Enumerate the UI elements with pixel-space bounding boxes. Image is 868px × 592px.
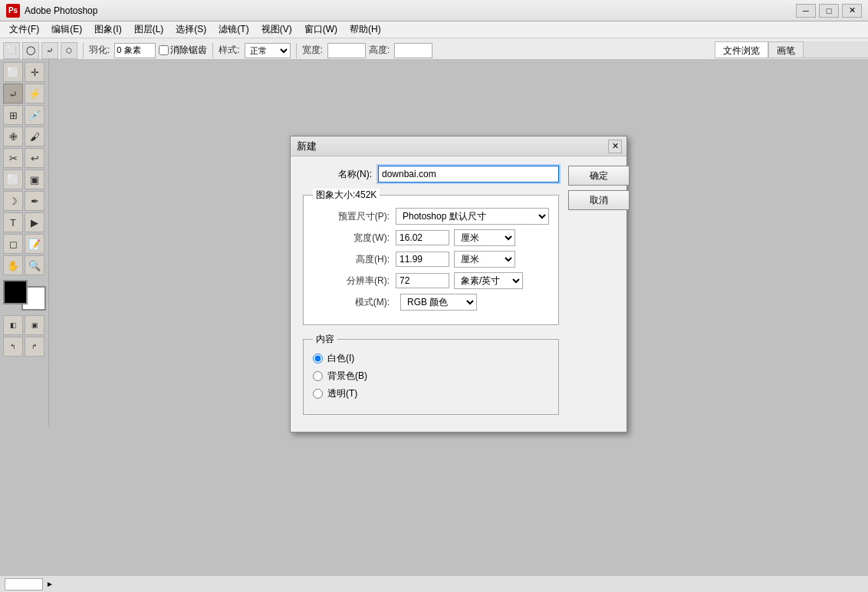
toolbar-lasso-btn[interactable]: ⤾ [41, 42, 58, 59]
tool-magic-wand[interactable]: ⚡ [25, 84, 44, 104]
tool-gradient[interactable]: ▣ [25, 169, 44, 189]
window-controls: ─ □ ✕ [796, 4, 862, 18]
toolbox: ⬜ ✛ ⤾ ⚡ ⊞ 💉 ✙ 🖌 ✂ ↩ ⬜ ▣ ☽ ✒ T ▶ ◻ 📝 ✋ 🔍 [0, 59, 49, 427]
close-button[interactable]: ✕ [842, 4, 862, 18]
tool-pen[interactable]: ✒ [25, 191, 44, 211]
height-value-input[interactable] [396, 252, 449, 267]
radio-white-input[interactable] [313, 354, 323, 363]
tool-history[interactable]: ↩ [25, 148, 44, 168]
statusbar: ► [0, 575, 868, 592]
dialog-title: 新建 [297, 140, 317, 153]
height-input[interactable] [394, 43, 432, 58]
ok-button[interactable]: 确定 [568, 166, 630, 186]
height-row: 高度(H): 厘米 [313, 251, 549, 268]
radio-white-label: 白色(I) [327, 352, 354, 365]
content-legend: 内容 [313, 333, 337, 346]
tool-row-2: ⤾ ⚡ [3, 84, 45, 104]
mode-select[interactable]: RGB 颜色 [400, 294, 477, 311]
preset-select[interactable]: Photoshop 默认尺寸 [396, 208, 549, 225]
tool-notes[interactable]: 📝 [25, 234, 44, 254]
radio-bgcolor-label: 背景色(B) [327, 370, 367, 383]
width-value-input[interactable] [396, 230, 449, 245]
selection-tool-group: ⬜ ◯ ⤾ ⬡ [3, 42, 77, 59]
content-fieldset: 内容 白色(I) 背景色(B) 透明(T) [303, 333, 559, 415]
minimize-button[interactable]: ─ [796, 4, 816, 18]
color-box [3, 280, 46, 311]
tab-file-browser[interactable]: 文件浏览 [715, 41, 768, 58]
tool-screen-mode[interactable]: ▣ [25, 315, 44, 335]
menu-filter[interactable]: 滤镜(T) [212, 21, 255, 38]
tool-dodge[interactable]: ☽ [3, 191, 23, 211]
remove-alias-checkbox[interactable] [159, 45, 169, 55]
feather-input[interactable] [114, 43, 156, 58]
tool-path-select[interactable]: ▶ [25, 212, 44, 232]
tab-canvas[interactable]: 画笔 [768, 41, 804, 58]
tool-text[interactable]: T [3, 212, 23, 232]
tool-move[interactable]: ✛ [25, 62, 44, 82]
height-unit-select[interactable]: 厘米 [454, 251, 515, 268]
tool-row-7: ☽ ✒ [3, 191, 45, 211]
style-label: 样式: [219, 44, 239, 57]
radio-transparent-label: 透明(T) [327, 387, 357, 400]
tool-clone[interactable]: ✂ [3, 148, 23, 168]
height-label: 高度: [369, 44, 390, 57]
status-input[interactable] [5, 578, 43, 590]
tool-zoom[interactable]: 🔍 [25, 255, 44, 275]
toolbar-select-ellipse-btn[interactable]: ◯ [22, 42, 39, 59]
foreground-color[interactable] [3, 280, 28, 304]
tool-lasso[interactable]: ⤾ [3, 84, 23, 104]
tool-row-3: ⊞ 💉 [3, 105, 45, 125]
tool-quick-mask[interactable]: ◧ [3, 315, 23, 335]
menu-edit[interactable]: 编辑(E) [45, 21, 88, 38]
dialog-close-button[interactable]: ✕ [608, 140, 622, 153]
radio-bgcolor-input[interactable] [313, 371, 323, 381]
name-row: 名称(N): [303, 166, 559, 183]
width-label: 宽度: [302, 44, 323, 57]
preset-row: 预置尺寸(P): Photoshop 默认尺寸 [313, 208, 549, 225]
resolution-unit-select[interactable]: 象素/英寸 [454, 272, 523, 289]
tool-row-8: T ▶ [3, 212, 45, 232]
tool-row-10: ✋ 🔍 [3, 255, 45, 275]
menu-file[interactable]: 文件(F) [3, 21, 45, 38]
tool-eyedropper[interactable]: 💉 [25, 105, 44, 125]
style-select[interactable]: 正常 [245, 43, 291, 58]
menu-layer[interactable]: 图层(L) [128, 21, 170, 38]
cancel-button[interactable]: 取消 [568, 190, 630, 210]
dialog-buttons: 确定 取消 [568, 166, 630, 210]
maximize-button[interactable]: □ [819, 4, 839, 18]
menu-window[interactable]: 窗口(W) [298, 21, 344, 38]
new-dialog: 新建 ✕ 名称(N): 图象大小:452K 预置尺寸(P) [290, 136, 627, 432]
tool-crop[interactable]: ⊞ [3, 105, 23, 125]
mode-row: 模式(M): RGB 颜色 [313, 294, 549, 311]
feather-label: 羽化: [89, 44, 110, 57]
toolbar-select-btn[interactable]: ⬜ [3, 42, 20, 59]
tool-extra1[interactable]: ↰ [3, 337, 23, 357]
titlebar: Ps Adobe Photoshop ─ □ ✕ [0, 0, 868, 21]
tool-eraser[interactable]: ⬜ [3, 169, 23, 189]
status-left: ► [5, 578, 54, 590]
toolbar-sep-2 [212, 43, 213, 58]
menu-view[interactable]: 视图(V) [255, 21, 298, 38]
tool-row-9: ◻ 📝 [3, 234, 45, 254]
toolbar-sep-3 [296, 43, 297, 58]
tool-brush[interactable]: 🖌 [25, 127, 44, 146]
tool-marquee[interactable]: ⬜ [3, 62, 23, 82]
dialog-titlebar: 新建 ✕ [291, 136, 626, 156]
width-unit-select[interactable]: 厘米 [454, 229, 515, 246]
menu-image[interactable]: 图象(I) [88, 21, 127, 38]
tool-hand[interactable]: ✋ [3, 255, 23, 275]
tool-shape[interactable]: ◻ [3, 234, 23, 254]
status-arrow[interactable]: ► [46, 580, 54, 588]
radio-transparent-input[interactable] [313, 389, 323, 399]
tool-extra2[interactable]: ↱ [25, 337, 44, 357]
width-input[interactable] [327, 43, 366, 58]
name-input[interactable] [378, 166, 559, 183]
menu-select[interactable]: 选择(S) [169, 21, 212, 38]
remove-alias-label: 消除锯齿 [159, 44, 207, 57]
toolbar-poly-btn[interactable]: ⬡ [61, 42, 77, 59]
resolution-value-input[interactable] [396, 273, 449, 288]
tool-row-extra: ◧ ▣ [3, 315, 45, 335]
radio-transparent: 透明(T) [313, 387, 549, 400]
menu-help[interactable]: 帮助(H) [344, 21, 387, 38]
tool-healing[interactable]: ✙ [3, 127, 23, 146]
